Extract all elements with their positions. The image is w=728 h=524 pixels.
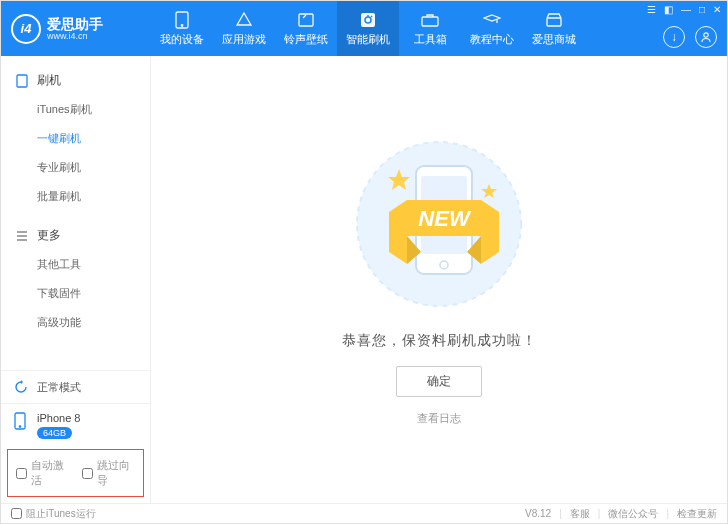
- download-icon[interactable]: ↓: [663, 26, 685, 48]
- tab-ringtones[interactable]: 铃声壁纸: [275, 1, 337, 56]
- storage-badge: 64GB: [37, 427, 72, 439]
- checkbox-skip-guide[interactable]: 跳过向导: [82, 458, 136, 488]
- sidebar-item-itunes-flash[interactable]: iTunes刷机: [1, 95, 150, 124]
- confirm-button[interactable]: 确定: [396, 366, 482, 397]
- sidebar-item-oneclick-flash[interactable]: 一键刷机: [1, 124, 150, 153]
- sidebar-item-pro-flash[interactable]: 专业刷机: [1, 153, 150, 182]
- success-message: 恭喜您，保资料刷机成功啦！: [342, 332, 537, 350]
- tutorial-icon: [482, 11, 502, 29]
- sidebar-item-other-tools[interactable]: 其他工具: [1, 250, 150, 279]
- minimize-icon[interactable]: —: [681, 4, 691, 15]
- sidebar-item-batch-flash[interactable]: 批量刷机: [1, 182, 150, 211]
- svg-rect-7: [17, 75, 27, 87]
- tab-flash[interactable]: 智能刷机: [337, 1, 399, 56]
- sidebar-item-download-firmware[interactable]: 下载固件: [1, 279, 150, 308]
- device-mode[interactable]: 正常模式: [1, 370, 150, 403]
- tab-apps[interactable]: 应用游戏: [213, 1, 275, 56]
- tab-tutorials[interactable]: 教程中心: [461, 1, 523, 56]
- app-header: i4 爱思助手 www.i4.cn 我的设备 应用游戏 铃声壁纸 智能刷机 工具…: [1, 1, 727, 56]
- logo-icon: i4: [11, 14, 41, 44]
- svg-rect-4: [422, 17, 438, 26]
- link-update[interactable]: 检查更新: [677, 507, 717, 521]
- user-icon[interactable]: [695, 26, 717, 48]
- sidebar-section-more[interactable]: 更多: [1, 221, 150, 250]
- link-support[interactable]: 客服: [570, 507, 590, 521]
- list-icon: [15, 229, 29, 243]
- svg-text:NEW: NEW: [418, 206, 472, 231]
- header-right-buttons: ↓: [663, 26, 717, 48]
- tab-my-device[interactable]: 我的设备: [151, 1, 213, 56]
- logo: i4 爱思助手 www.i4.cn: [1, 14, 151, 44]
- sidebar: 刷机 iTunes刷机 一键刷机 专业刷机 批量刷机 更多 其他工具 下载固件 …: [1, 56, 151, 503]
- skin-icon[interactable]: ◧: [664, 4, 673, 15]
- version-label: V8.12: [525, 508, 551, 519]
- main-content: NEW 恭喜您，保资料刷机成功啦！ 确定 查看日志: [151, 56, 727, 503]
- device-icon: [13, 412, 29, 432]
- svg-point-6: [704, 33, 708, 37]
- success-illustration: NEW: [349, 134, 529, 314]
- phone-outline-icon: [15, 74, 29, 88]
- tab-toolbox[interactable]: 工具箱: [399, 1, 461, 56]
- link-wechat[interactable]: 微信公众号: [608, 507, 658, 521]
- device-box[interactable]: iPhone 8 64GB: [1, 403, 150, 449]
- wallpaper-icon: [296, 11, 316, 29]
- footer: 阻止iTunes运行 V8.12 | 客服 | 微信公众号 | 检查更新: [1, 503, 727, 523]
- checkbox-auto-activate[interactable]: 自动激活: [16, 458, 70, 488]
- window-controls: ☰ ◧ — □ ✕: [647, 4, 721, 15]
- tab-store[interactable]: 爱思商城: [523, 1, 585, 56]
- device-name: iPhone 8: [37, 412, 80, 424]
- store-icon: [544, 11, 564, 29]
- svg-point-9: [19, 426, 20, 427]
- settings-icon[interactable]: ☰: [647, 4, 656, 15]
- maximize-icon[interactable]: □: [699, 4, 705, 15]
- top-tabs: 我的设备 应用游戏 铃声壁纸 智能刷机 工具箱 教程中心 爱思商城: [151, 1, 727, 56]
- bottom-options: 自动激活 跳过向导: [7, 449, 144, 497]
- logo-text: 爱思助手 www.i4.cn: [47, 17, 103, 41]
- view-log-link[interactable]: 查看日志: [417, 411, 461, 426]
- phone-icon: [172, 11, 192, 29]
- svg-point-1: [181, 24, 183, 26]
- apps-icon: [234, 11, 254, 29]
- sidebar-section-flash[interactable]: 刷机: [1, 66, 150, 95]
- checkbox-block-itunes[interactable]: 阻止iTunes运行: [11, 507, 96, 521]
- svg-rect-5: [547, 18, 561, 26]
- refresh-icon: [13, 379, 29, 395]
- sidebar-item-advanced[interactable]: 高级功能: [1, 308, 150, 337]
- toolbox-icon: [420, 11, 440, 29]
- close-icon[interactable]: ✕: [713, 4, 721, 15]
- flash-icon: [358, 11, 378, 29]
